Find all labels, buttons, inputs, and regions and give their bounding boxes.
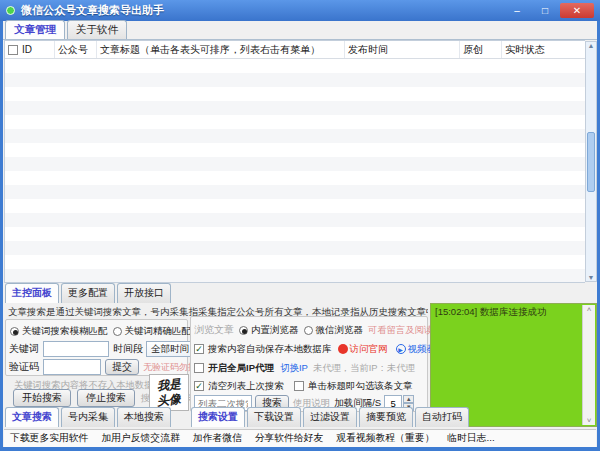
keyword-row: 关键词 时间段 全部时间 ▼ — [9, 341, 194, 357]
exact-match-label: 关键词精确匹配 — [125, 325, 192, 338]
tab-about-software[interactable]: 关于软件 — [67, 20, 127, 40]
avatar: 我是 头像 — [149, 374, 189, 411]
maximize-button[interactable]: □ — [532, 3, 558, 18]
tab-auto-captcha[interactable]: 自动打码 — [415, 407, 469, 427]
clear-list-checkbox[interactable]: ✓ — [194, 381, 204, 391]
switch-ip-link[interactable]: 切换IP — [280, 362, 308, 375]
time-range-select[interactable]: 全部时间 ▼ — [146, 341, 194, 357]
fuzzy-match-radio[interactable] — [10, 327, 19, 336]
log-scrollbar[interactable]: ˄ ˅ — [582, 305, 595, 425]
column-realtime-status[interactable]: 实时状态 — [502, 41, 582, 58]
app-icon — [6, 6, 15, 15]
match-mode-row: 关键词搜索模糊匹配 关键词精确匹配 — [10, 323, 191, 339]
column-id[interactable]: ID — [5, 41, 55, 58]
keyword-label: 关键词 — [9, 342, 39, 356]
fuzzy-match-label: 关键词搜索模糊匹配 — [22, 325, 108, 338]
list-options-row: ✓ 清空列表上次搜索 单击标题即勾选该条文章 — [194, 378, 413, 394]
article-table-body[interactable] — [5, 59, 585, 282]
table-scrollbar[interactable]: ▲ ▼ — [585, 41, 597, 282]
website-icon — [338, 344, 348, 354]
status-watch-tutorial[interactable]: 观看视频教程（重要） — [336, 432, 434, 445]
step-up-icon[interactable]: ▲ — [403, 395, 414, 403]
settings-tab-bar: 搜索设置 下载设置 过滤设置 摘要预览 自动打码 — [191, 410, 469, 427]
proxy-label: 开启全局IP代理 — [208, 362, 274, 375]
proxy-row: 开启全局IP代理 切换IP 未代理，当前IP：未代理 — [194, 360, 415, 376]
status-bar: 下载更多实用软件 加用户反馈交流群 加作者微信 分享软件给好友 观看视频教程（重… — [4, 429, 596, 447]
visit-website-link[interactable]: 访问官网 — [350, 343, 388, 356]
status-temp-log[interactable]: 临时日志... — [447, 432, 494, 445]
status-feedback-group[interactable]: 加用户反馈交流群 — [101, 432, 179, 445]
scroll-up-icon[interactable]: ˄ — [587, 305, 592, 314]
tab-more-config[interactable]: 更多配置 — [61, 283, 115, 303]
browser-row: 浏览文章 内置浏览器 微信浏览器 可看留言及阅读量 — [194, 322, 442, 338]
scroll-down-icon[interactable]: ˅ — [587, 416, 592, 425]
start-search-button[interactable]: 开始搜索 — [13, 389, 71, 407]
tab-local-search[interactable]: 本地搜索 — [117, 407, 171, 427]
close-button[interactable]: ✕ — [560, 3, 594, 18]
wechat-browser-label: 微信浏览器 — [316, 324, 364, 337]
proxy-status: 未代理，当前IP：未代理 — [313, 362, 415, 375]
submit-button[interactable]: 提交 — [105, 359, 139, 375]
builtin-browser-radio[interactable] — [239, 326, 248, 335]
tab-main-panel[interactable]: 主控面板 — [5, 283, 59, 303]
article-table: ID 公众号 文章标题（单击各表头可排序，列表右击有菜单） 发布时间 原创 实时… — [4, 40, 585, 283]
status-share-software[interactable]: 分享软件给好友 — [255, 432, 324, 445]
status-author-wechat[interactable]: 加作者微信 — [193, 432, 242, 445]
click-select-label: 单击标题即勾选该条文章 — [308, 380, 413, 393]
scrollbar-thumb[interactable] — [587, 132, 595, 192]
window-border-bottom — [0, 447, 600, 451]
proxy-checkbox[interactable] — [194, 363, 204, 373]
search-mode-tab-bar: 文章搜索 号内采集 本地搜索 — [5, 410, 171, 427]
time-range-label: 时间段 — [113, 342, 143, 356]
click-select-checkbox[interactable] — [294, 381, 304, 391]
column-original[interactable]: 原创 — [460, 41, 502, 58]
tab-open-api[interactable]: 开放接口 — [117, 283, 171, 303]
log-entry: [15:02:04] 数据库连接成功 — [435, 306, 580, 319]
clear-list-label: 清空列表上次搜索 — [208, 380, 284, 393]
keyword-input[interactable] — [43, 341, 109, 357]
column-publish-time[interactable]: 发布时间 — [345, 41, 460, 58]
panel-tab-bar: 主控面板 更多配置 开放接口 — [5, 285, 171, 303]
select-all-checkbox[interactable] — [8, 45, 18, 55]
tab-summary-preview[interactable]: 摘要预览 — [359, 407, 413, 427]
title-bar: 微信公众号文章搜索导出助手 – □ ✕ — [0, 0, 600, 21]
browse-article-label: 浏览文章 — [194, 323, 234, 337]
scroll-up-icon[interactable]: ▲ — [588, 42, 595, 49]
autosave-row: ✓ 搜索内容自动保存本地数据库 访问官网 ▶ 视频教程 — [194, 341, 446, 357]
tab-search-settings[interactable]: 搜索设置 — [191, 407, 245, 427]
builtin-browser-label: 内置浏览器 — [251, 324, 299, 337]
tab-article-management[interactable]: 文章管理 — [5, 20, 65, 40]
stop-search-button[interactable]: 停止搜索 — [77, 389, 135, 407]
column-title[interactable]: 文章标题（单击各表头可排序，列表右击有菜单） — [97, 41, 345, 58]
autosave-label: 搜索内容自动保存本地数据库 — [208, 343, 332, 356]
scroll-down-icon[interactable]: ▼ — [588, 274, 595, 281]
captcha-row: 验证码 提交 无验证码勿提交 — [9, 359, 206, 375]
exact-match-radio[interactable] — [113, 327, 122, 336]
minimize-button[interactable]: – — [504, 3, 530, 18]
tab-filter-settings[interactable]: 过滤设置 — [303, 407, 357, 427]
status-download-more[interactable]: 下载更多实用软件 — [10, 432, 88, 445]
captcha-input[interactable] — [43, 359, 101, 375]
wechat-browser-radio[interactable] — [304, 326, 313, 335]
column-account[interactable]: 公众号 — [55, 41, 97, 58]
window-border-left — [0, 21, 3, 451]
tab-article-search[interactable]: 文章搜索 — [5, 407, 59, 427]
article-table-header: ID 公众号 文章标题（单击各表头可排序，列表右击有菜单） 发布时间 原创 实时… — [5, 41, 585, 59]
play-circle-icon: ▶ — [396, 344, 406, 354]
tab-download-settings[interactable]: 下载设置 — [247, 407, 301, 427]
main-tab-bar: 文章管理 关于软件 — [5, 22, 127, 40]
tab-account-collect[interactable]: 号内采集 — [61, 407, 115, 427]
app-window: 微信公众号文章搜索导出助手 – □ ✕ 文章管理 关于软件 ID 公众号 文章标… — [0, 0, 600, 451]
autosave-checkbox[interactable]: ✓ — [194, 344, 204, 354]
captcha-label: 验证码 — [9, 360, 39, 374]
window-title: 微信公众号文章搜索导出助手 — [21, 3, 502, 18]
